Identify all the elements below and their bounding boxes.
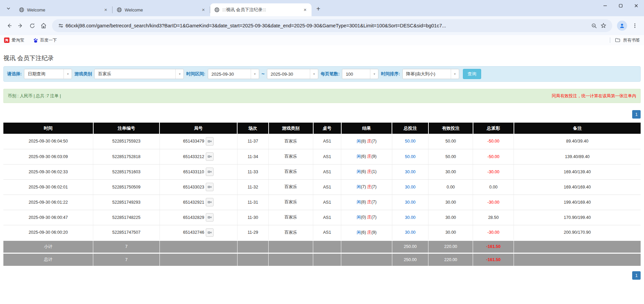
column-header-1: 时间 [3, 123, 93, 134]
video-replay-button[interactable] [206, 137, 214, 146]
tab-close-icon[interactable]: × [302, 7, 308, 13]
bet-time-cell: 2025-09-30 06:00:47 [3, 210, 93, 225]
empty-cell [159, 253, 237, 266]
payout-cell: 28.50 [473, 210, 514, 225]
game-kind-cell: 百家乐 [269, 134, 313, 149]
url-text[interactable]: 66cxkj98.com/game/betrecord_search/kind3… [66, 23, 589, 28]
home-icon [40, 22, 47, 29]
query-type-select[interactable]: 日期查询 ▼ [24, 69, 72, 79]
browser-tab-3[interactable]: :::视讯 会员下注纪录:::× [210, 3, 312, 16]
browser-tab-2[interactable]: Welcome× [113, 3, 210, 16]
window-controls [597, 0, 644, 11]
browser-menu-button[interactable] [629, 20, 641, 31]
payout-cell: -50.00 [473, 134, 514, 149]
player-result: 闲 [356, 200, 361, 204]
taobao-icon: 淘 [4, 37, 9, 43]
game-kind-select[interactable]: 百家乐 ▼ [94, 69, 184, 79]
video-replay-button[interactable] [206, 228, 214, 237]
address-bar[interactable]: 66cxkj98.com/game/betrecord_search/kind3… [52, 19, 612, 32]
date-start-select[interactable]: 2025-09-30 ▼ [208, 69, 259, 79]
video-replay-button[interactable] [206, 168, 214, 176]
new-tab-button[interactable]: + [314, 4, 323, 14]
all-bookmarks[interactable]: 所有书签 [610, 37, 640, 43]
three-dots-icon [632, 23, 638, 28]
bookmark-item-taobao[interactable]: 淘 爱淘宝 [4, 37, 24, 43]
page-number-button[interactable]: 1 [632, 271, 641, 280]
profile-avatar[interactable] [617, 21, 627, 31]
bookmark-star-icon[interactable] [599, 21, 608, 30]
total-bet-cell[interactable]: 50.00 [392, 149, 428, 164]
tab-close-icon[interactable]: × [200, 7, 206, 13]
payout-cell: -30.00 [473, 225, 514, 240]
video-replay-button[interactable] [206, 198, 214, 206]
chevron-down-icon: ▼ [370, 69, 378, 79]
home-button[interactable] [38, 20, 49, 31]
navigation-bar: 66cxkj98.com/game/betrecord_search/kind3… [0, 16, 644, 35]
round-id: 651433110 [183, 170, 204, 174]
total-bet-cell[interactable]: 30.00 [392, 164, 428, 179]
page-number-button[interactable]: 1 [632, 110, 641, 119]
divider [610, 37, 610, 43]
player-score: (8) [361, 139, 367, 144]
player-result: 闲 [356, 154, 361, 159]
total-bet-cell[interactable]: 50.00 [392, 134, 428, 149]
close-window-button[interactable] [628, 0, 644, 11]
query-button[interactable]: 查询 [463, 69, 481, 79]
player-score: (8) [361, 200, 367, 204]
browser-tab-1[interactable]: Welcome× [15, 3, 112, 16]
result-cell: 闲(0) 庄(7) [341, 210, 392, 225]
bet-record-row: 2025-09-30 06:03:09522851752818651433212… [3, 149, 641, 164]
column-header-8: 总投注 [392, 123, 428, 134]
maximize-button[interactable] [613, 0, 628, 11]
bet-time-cell: 2025-09-30 06:02:33 [3, 164, 93, 179]
video-replay-button[interactable] [206, 183, 214, 191]
per-page-select[interactable]: 100 ▼ [342, 69, 378, 79]
valid-bet-cell: 50.00 [428, 149, 473, 164]
column-header-11: 备注 [514, 123, 641, 134]
tab-title: Welcome [125, 7, 198, 12]
minimize-button[interactable] [597, 0, 613, 11]
filter-bar: 请选择: 日期查询 ▼ 游戏类别 百家乐 ▼ 时间区间: 2025-09-30 … [3, 66, 641, 82]
total-bet-cell[interactable]: 30.00 [392, 179, 428, 195]
bet-record-row: 2025-09-30 06:01:22522851749293651432921… [3, 195, 641, 210]
bookmark-item-baidu[interactable]: 百度一下 [33, 37, 57, 43]
forward-button[interactable] [15, 20, 26, 31]
tab-close-icon[interactable]: × [103, 7, 109, 13]
total-row: 总计7250.00220.00-161.50 [3, 253, 641, 266]
total-bet-cell[interactable]: 30.00 [392, 195, 428, 210]
page-title: 视讯 会员下注纪录 [3, 54, 641, 62]
result-cell: 闲(6) 庄(9) [341, 149, 392, 164]
globe-favicon [117, 7, 122, 12]
round-id: 651433479 [183, 139, 204, 144]
video-replay-button[interactable] [206, 152, 214, 161]
session-cell: 11-33 [237, 164, 268, 179]
empty-cell [341, 240, 392, 253]
reload-button[interactable] [26, 20, 38, 31]
table-no-cell: AS1 [313, 195, 341, 210]
bookmark-label: 爱淘宝 [11, 37, 24, 43]
round-id-cell: 651433212 [159, 149, 237, 164]
round-id: 651433023 [183, 185, 204, 189]
pagination-bottom: 1 [3, 271, 641, 280]
page-content: 视讯 会员下注纪录 请选择: 日期查询 ▼ 游戏类别 百家乐 ▼ 时间区间: 2… [0, 54, 644, 280]
valid-bet-cell: 0.00 [428, 179, 473, 195]
total-bet-cell[interactable]: 30.00 [392, 210, 428, 225]
tab-search-button[interactable] [3, 3, 14, 14]
table-no-cell: AS1 [313, 225, 341, 240]
zoom-out-icon[interactable] [589, 21, 599, 30]
session-cell: 11-34 [237, 149, 268, 164]
sum-label-cell: 总计 [3, 253, 93, 266]
total-bet-cell[interactable]: 30.00 [392, 225, 428, 240]
empty-cell [514, 240, 641, 253]
bet-record-row: 2025-09-30 06:00:47522851748225651432829… [3, 210, 641, 225]
bookmarks-bar: 淘 爱淘宝 百度一下 所有书签 [0, 35, 644, 45]
video-replay-button[interactable] [206, 213, 214, 222]
sort-select[interactable]: 降幂(由大到小) ▼ [402, 69, 459, 79]
date-end-select[interactable]: 2025-09-30 ▼ [267, 69, 318, 79]
back-button[interactable] [3, 20, 15, 31]
banker-result: 庄 [367, 169, 372, 174]
site-info-icon[interactable] [56, 21, 66, 30]
bet-time-cell: 2025-09-30 06:04:50 [3, 134, 93, 149]
valid-bet-cell: 30.00 [428, 195, 473, 210]
session-cell: 11-32 [237, 179, 268, 195]
